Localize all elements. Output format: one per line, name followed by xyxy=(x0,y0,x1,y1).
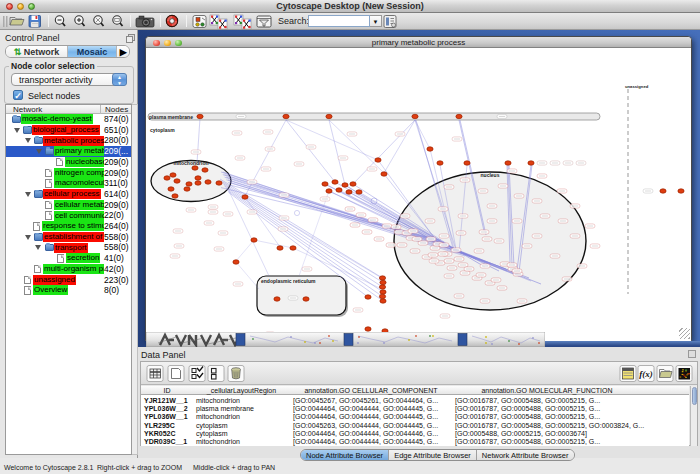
svg-text:endoplasmic reticulum: endoplasmic reticulum xyxy=(261,278,316,284)
svg-text:unassigned: unassigned xyxy=(625,84,649,89)
svg-text:plasma membrane: plasma membrane xyxy=(149,114,193,120)
svg-text:cytoplasm: cytoplasm xyxy=(150,127,175,133)
svg-text:nucleus: nucleus xyxy=(481,172,500,178)
svg-text:mitochondrion: mitochondrion xyxy=(174,160,209,166)
svg-text:f(x): f(x) xyxy=(639,369,653,379)
